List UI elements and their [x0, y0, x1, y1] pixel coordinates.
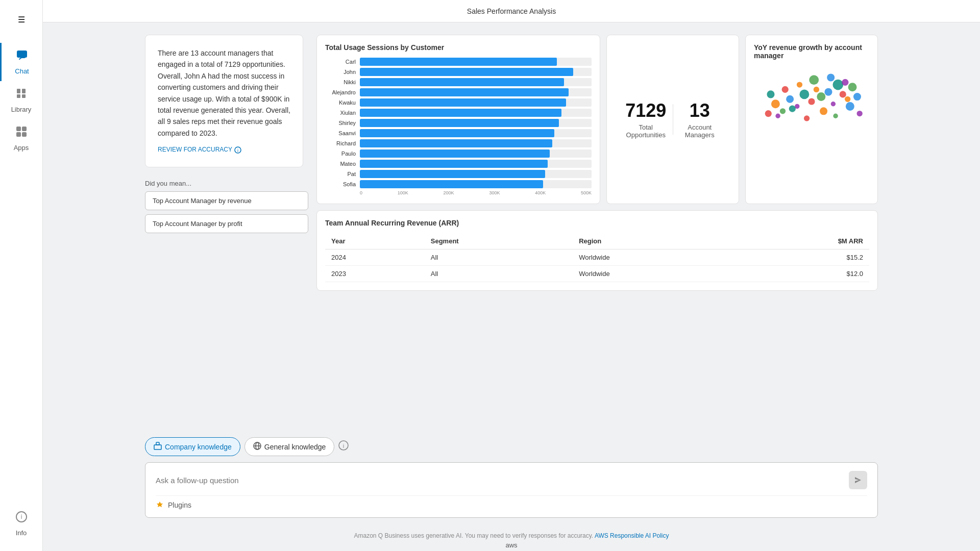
svg-point-30	[789, 106, 796, 112]
bar-label: Paulo	[325, 151, 356, 157]
review-accuracy-label: REVIEW FOR ACCURACY	[158, 145, 232, 155]
bar-row: Shirley	[325, 119, 592, 127]
bar-label: Pat	[325, 171, 356, 177]
stat-opportunities-label: Total Opportunities	[619, 123, 673, 139]
send-button[interactable]	[849, 471, 867, 489]
svg-point-26	[845, 96, 850, 102]
svg-rect-0	[17, 51, 27, 58]
svg-point-37	[782, 86, 789, 93]
svg-point-27	[848, 83, 857, 91]
sidebar-item-chat-label: Chat	[15, 67, 29, 75]
svg-point-13	[765, 110, 772, 117]
bar-fill	[360, 78, 564, 86]
arr-table: Year Segment Region $M ARR 2024 All Worl…	[325, 233, 869, 282]
sidebar-item-apps[interactable]: Apps	[0, 119, 42, 158]
menu-icon: ☰	[18, 15, 25, 24]
svg-point-39	[809, 75, 819, 85]
svg-point-14	[771, 99, 780, 108]
aws-policy-link[interactable]: AWS Responsible AI Policy	[595, 532, 669, 539]
bar-label: Saanvi	[325, 130, 356, 136]
svg-rect-3	[17, 94, 20, 98]
bar-track	[360, 68, 592, 76]
svg-rect-8	[22, 132, 27, 137]
plugins-row[interactable]: Plugins	[156, 495, 867, 509]
bar-track	[360, 58, 592, 66]
bar-row: Richard	[325, 139, 592, 147]
bar-track	[360, 88, 592, 96]
response-text-panel: There are 13 account managers that engag…	[145, 35, 303, 167]
bar-track	[360, 98, 592, 107]
suggestion-btn-profit[interactable]: Top Account Manager by profit	[145, 214, 308, 233]
did-you-mean-label: Did you mean...	[145, 180, 308, 187]
arr-col-year: Year	[325, 233, 425, 249]
apps-icon	[15, 126, 28, 141]
bar-label: Alejandro	[325, 89, 356, 95]
sidebar-item-info[interactable]: i Info	[11, 505, 32, 543]
tab-company-knowledge[interactable]: Company knowledge	[145, 437, 240, 456]
info-circle-btn[interactable]: i	[338, 440, 349, 453]
svg-point-29	[775, 114, 780, 118]
bar-row: Xiulan	[325, 109, 592, 117]
sidebar-item-library[interactable]: Library	[0, 81, 42, 119]
bar-fill	[360, 119, 559, 127]
svg-point-19	[808, 98, 815, 105]
bar-label: Sofia	[325, 181, 356, 187]
bar-fill	[360, 180, 543, 188]
follow-up-input[interactable]	[156, 476, 843, 485]
bottom-area: Company knowledge General knowledge i	[43, 437, 980, 528]
input-row	[156, 471, 867, 489]
bar-track	[360, 129, 592, 137]
svg-point-21	[817, 92, 825, 101]
sidebar: ☰ Chat Library Apps i Info	[0, 0, 43, 551]
bar-row: Carl	[325, 58, 592, 66]
arr-card: Team Annual Recurring Revenue (ARR) Year…	[316, 210, 878, 291]
arr-cell-segment: All	[425, 266, 573, 282]
bar-fill	[360, 160, 548, 168]
bar-chart-title: Total Usage Sessions by Customer	[325, 43, 592, 52]
bar-fill	[360, 109, 561, 117]
svg-text:i: i	[237, 148, 238, 153]
bar-chart-body: Carl John Nikki Alejandro Kwaku	[325, 58, 592, 188]
stat-opportunities: 7129 Total Opportunities	[619, 100, 673, 139]
svg-rect-5	[16, 127, 21, 131]
arr-cell-year: 2023	[325, 266, 425, 282]
bar-row: Sofia	[325, 180, 592, 188]
general-knowledge-icon	[253, 442, 261, 452]
bar-fill	[360, 58, 557, 66]
svg-rect-42	[154, 445, 161, 449]
tab-company-knowledge-label: Company knowledge	[165, 443, 232, 451]
bar-row: John	[325, 68, 592, 76]
arr-cell-region: Worldwide	[573, 249, 731, 266]
bar-label: Carl	[325, 59, 356, 65]
plugins-label: Plugins	[168, 501, 191, 509]
tab-general-knowledge[interactable]: General knowledge	[244, 437, 335, 456]
yoy-title: YoY revenue growth by account manager	[754, 43, 869, 60]
bar-fill	[360, 139, 552, 147]
svg-point-38	[797, 82, 802, 87]
stat-account-managers: 13 Account Managers	[673, 100, 726, 139]
menu-button[interactable]: ☰	[10, 8, 33, 31]
suggestion-btn-revenue[interactable]: Top Account Manager by revenue	[145, 191, 308, 210]
bar-row: Nikki	[325, 78, 592, 86]
sidebar-item-chat[interactable]: Chat	[0, 43, 42, 81]
arr-cell-arr: $12.0	[731, 266, 869, 282]
svg-point-18	[799, 89, 809, 99]
svg-point-32	[820, 107, 827, 115]
arr-title: Team Annual Recurring Revenue (ARR)	[325, 219, 869, 227]
review-accuracy-btn[interactable]: REVIEW FOR ACCURACY i	[158, 145, 290, 155]
sidebar-item-apps-label: Apps	[14, 144, 29, 152]
svg-point-28	[853, 93, 861, 101]
bar-row: Kwaku	[325, 98, 592, 107]
bar-track	[360, 119, 592, 127]
bar-chart-axis: 0100K200K300K400K500K	[325, 190, 592, 195]
svg-point-15	[780, 108, 786, 114]
charts-top-row: Total Usage Sessions by Customer Carl Jo…	[316, 35, 878, 204]
bar-track	[360, 180, 592, 188]
bar-row: Pat	[325, 170, 592, 178]
bar-track	[360, 109, 592, 117]
svg-point-25	[840, 91, 846, 97]
bar-fill	[360, 129, 554, 137]
footer-text: Amazon Q Business uses generative AI. Yo…	[354, 532, 594, 539]
scatter-chart	[754, 66, 869, 137]
bar-label: Xiulan	[325, 110, 356, 116]
